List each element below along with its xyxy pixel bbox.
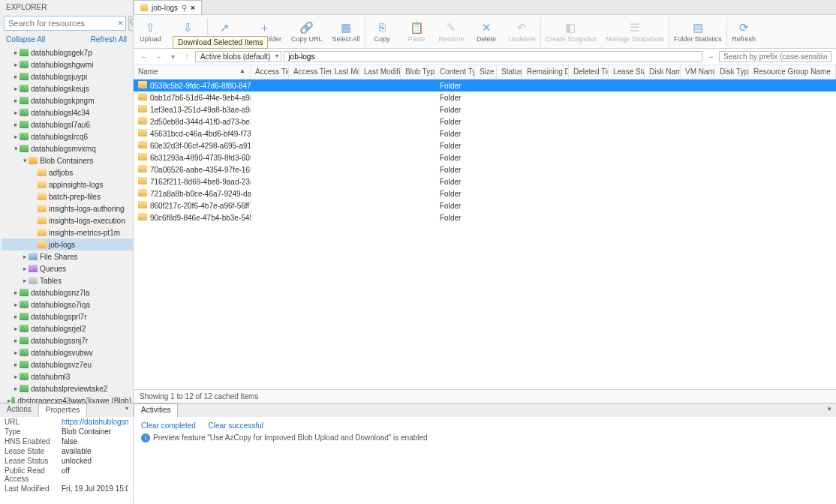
tree-item[interactable]: ▸datahublogsvz7eu [2, 358, 133, 370]
grid-row[interactable]: 7162f211-8d69-4be8-9aad-23dc6e2cb5e3Fold… [134, 176, 836, 188]
twist-icon[interactable]: ▸ [21, 265, 29, 272]
twist-icon[interactable]: ▸ [12, 313, 20, 320]
twist-icon[interactable]: ▸ [12, 301, 20, 308]
tree-item[interactable]: ▾Blob Containers [2, 154, 133, 166]
nav-forward-icon[interactable]: → [152, 52, 164, 61]
rename-button[interactable]: ✎Rename [435, 18, 470, 46]
grid-body[interactable]: 0538c5b2-9fdc-47d6-8f80-8474ae2d7162Fold… [134, 80, 836, 389]
col-vm-name[interactable]: VM Name [681, 65, 715, 79]
col-disk-type[interactable]: Disk Type [715, 65, 749, 79]
tree-item[interactable]: ▸datahubml3 [2, 370, 133, 382]
tree-item[interactable]: insights-logs-execution [2, 214, 133, 226]
select-all-button[interactable]: ▦Select All [328, 18, 365, 46]
copy-button[interactable]: ⎘Copy [365, 18, 400, 46]
tab-job-logs[interactable]: job-logs ⚲ × [134, 0, 202, 14]
tab-actions[interactable]: Actions [0, 404, 38, 417]
tree-item[interactable]: ▸datahublogsnz7la [2, 286, 133, 298]
col-disk-name[interactable]: Disk Name [645, 65, 681, 79]
paste-button[interactable]: 📋Paste [400, 18, 435, 46]
clear-completed-link[interactable]: Clear completed [141, 422, 196, 430]
undelete-button[interactable]: ↶Undelete [504, 18, 541, 46]
blob-scope-dropdown[interactable]: Active blobs (default) [195, 51, 281, 62]
upload-button[interactable]: ⇧Upload [134, 18, 168, 46]
tree-item[interactable]: ▸dbstoragecxn43wwn3ixawe (Blob) [2, 394, 133, 403]
twist-icon[interactable]: ▸ [21, 253, 29, 260]
tree-item[interactable]: ▸File Shares [2, 250, 133, 262]
go-icon[interactable]: → [705, 52, 717, 61]
tree-item[interactable]: ▸datahublogsprl7r [2, 310, 133, 322]
tree-item[interactable]: ▸datahublogskeujs [2, 82, 133, 94]
col-last-modified[interactable]: Last Modified [359, 65, 401, 79]
manage-snapshots-button[interactable]: ☰Manage Snapshots [601, 18, 669, 46]
tree-item[interactable]: ▸datahublogsrjel2 [2, 322, 133, 334]
twist-icon[interactable]: ▸ [12, 109, 20, 116]
col-size[interactable]: Size [475, 65, 497, 79]
col-remaining-days[interactable]: Remaining Days [522, 65, 569, 79]
twist-icon[interactable]: ▸ [12, 85, 20, 92]
col-resource-group[interactable]: Resource Group Name [749, 65, 836, 79]
tree-item[interactable]: ▸datahublogssnj7r [2, 334, 133, 346]
tab-properties[interactable]: Properties [38, 404, 88, 417]
grid-row[interactable]: 860f217c-20f6-4b7e-a96f-56ff7ea11e47Fold… [134, 200, 836, 212]
prefix-filter-input[interactable] [719, 51, 831, 62]
tree-item[interactable]: ▸Queues [2, 262, 133, 274]
col-tier-last-modified[interactable]: Access Tier Last Modified [289, 65, 359, 79]
twist-icon[interactable]: ▸ [12, 385, 20, 392]
twist-icon[interactable]: ▾ [12, 145, 20, 152]
col-deleted-time[interactable]: Deleted Time [569, 65, 609, 79]
clear-search-icon[interactable]: × [118, 18, 123, 28]
nav-up-icon[interactable]: ↑ [181, 52, 193, 61]
tree-item[interactable]: ▸datahubslpreviewtake2 [2, 382, 133, 394]
chevron-down-icon[interactable]: ▾ [167, 52, 179, 61]
close-icon[interactable]: × [191, 4, 195, 12]
tree-item[interactable]: ▸datahublogsl4c34 [2, 106, 133, 118]
tree-item[interactable]: job-logs [2, 238, 133, 250]
tree-item[interactable]: adfjobs [2, 166, 133, 178]
grid-row[interactable]: 0ab1d7b6-51d6-4f4e-9eb4-a9851353cd78Fold… [134, 92, 836, 104]
grid-row[interactable]: 721a8a8b-b0ce-46a7-9249-da1c5adba3d3Fold… [134, 188, 836, 200]
nav-back-icon[interactable]: ← [138, 52, 150, 61]
col-access-tier[interactable]: Access Tier [251, 65, 289, 79]
col-name[interactable]: Name ▲ [134, 65, 251, 79]
copy-url-button[interactable]: 🔗Copy URL [287, 18, 328, 46]
tree-item[interactable]: ▸datahublogskpngm [2, 94, 133, 106]
grid-row[interactable]: 0538c5b2-9fdc-47d6-8f80-8474ae2d7162Fold… [134, 80, 836, 92]
grid-row[interactable]: 45631bcd-c46a-4bd6-bf49-f73e3fe86d91Fold… [134, 128, 836, 140]
tree-item[interactable]: ▸datahublogsl7au6 [2, 118, 133, 130]
tree-item[interactable]: ▸datahublogslrcq6 [2, 130, 133, 142]
tree-item[interactable]: ▸datahublogshgwmi [2, 58, 133, 70]
col-lease-state[interactable]: Lease State [609, 65, 645, 79]
twist-icon[interactable]: ▸ [12, 121, 20, 128]
tab-activities[interactable]: Activities [134, 404, 178, 417]
col-status[interactable]: Status [497, 65, 522, 79]
grid-row[interactable]: 2d50eb8d-344d-41f0-ad73-be3427ef111eFold… [134, 116, 836, 128]
tree-item[interactable]: batch-prep-files [2, 190, 133, 202]
twist-icon[interactable]: ▸ [12, 337, 20, 344]
grid-row[interactable]: 60e32d3f-06cf-4298-a695-a91bae866d1fFold… [134, 140, 836, 152]
clear-successful-link[interactable]: Clear successful [209, 422, 263, 430]
folder-statistics-button[interactable]: ▤Folder Statistics [669, 18, 727, 46]
twist-icon[interactable]: ▸ [12, 73, 20, 80]
panel-menu-icon[interactable]: ▾ [121, 404, 133, 417]
tree-item[interactable]: ▾datahublogsmvxmq [2, 142, 133, 154]
pin-icon[interactable]: ⚲ [182, 4, 187, 12]
tree-item[interactable]: ▸datahublogsgek7p [2, 46, 133, 58]
col-blob-type[interactable]: Blob Type [401, 65, 435, 79]
tree-item[interactable]: insights-logs-authoring [2, 202, 133, 214]
twist-icon[interactable]: ▸ [12, 325, 20, 332]
grid-row[interactable]: 90c6f8d9-846e-47b4-bb3e-54567b52cb54Fold… [134, 212, 836, 224]
twist-icon[interactable]: ▸ [12, 97, 20, 104]
grid-row[interactable]: 1ef3ea13-251d-49a8-b3ae-a9a7ea74340aFold… [134, 104, 836, 116]
twist-icon[interactable]: ▸ [12, 349, 20, 356]
twist-icon[interactable]: ▸ [12, 133, 20, 140]
delete-button[interactable]: ✕Delete [470, 18, 504, 46]
col-content-type[interactable]: Content Type [435, 65, 475, 79]
twist-icon[interactable]: ▸ [12, 373, 20, 380]
resource-tree[interactable]: ▸datahublogsgek7p▸datahublogshgwmi▸datah… [0, 45, 133, 403]
twist-icon[interactable]: ▸ [21, 277, 29, 284]
tree-item[interactable]: ▸datahublogsjuypi [2, 70, 133, 82]
grid-row[interactable]: 6b31293a-4890-4739-8fd3-60b2bb48bb55Fold… [134, 152, 836, 164]
refresh-button[interactable]: ⟳Refresh [727, 18, 762, 46]
tree-item[interactable]: insights-metrics-pt1m [2, 226, 133, 238]
twist-icon[interactable]: ▸ [12, 61, 20, 68]
